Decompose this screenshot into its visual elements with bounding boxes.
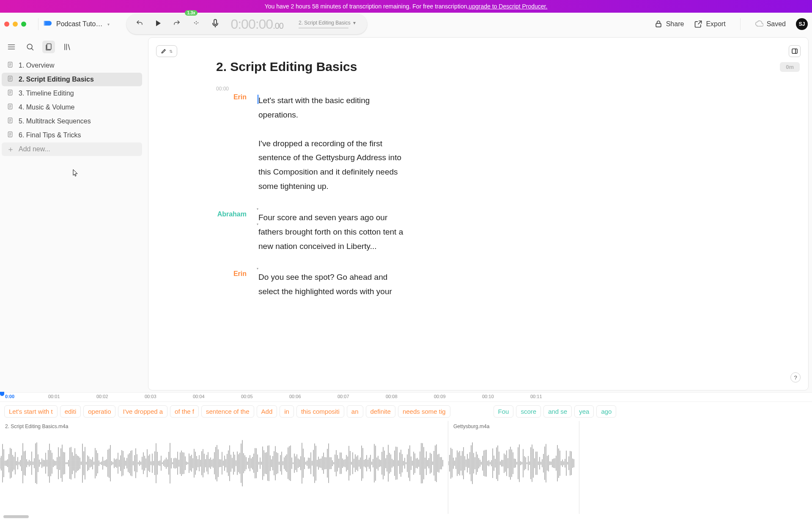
- ruler-tick: 00:01: [48, 394, 60, 399]
- sidebar-item-label: 3. Timeline Editing: [19, 90, 74, 97]
- speaker-label[interactable]: Abraham: [216, 210, 247, 253]
- time-ruler[interactable]: 0:00 00:0100:0200:0300:0400:0500:0600:07…: [0, 393, 812, 402]
- word-chip[interactable]: ago: [596, 405, 616, 418]
- timeline: 0:00 00:0100:0200:0300:0400:0500:0600:07…: [0, 392, 812, 519]
- word-chip[interactable]: operatio: [83, 405, 115, 418]
- ruler-tick: 00:04: [193, 394, 205, 399]
- word-chip[interactable]: I've dropped a: [118, 405, 167, 418]
- composition-selector[interactable]: 2. Script Editing Basics ▾ ▬▬▬▬▬▬▬▬▬▬▬▬▬…: [299, 20, 358, 29]
- sidebar-item[interactable]: 5. Multitrack Sequences: [2, 115, 142, 128]
- speaker-label[interactable]: Erin: [216, 93, 247, 194]
- marker-icon: ▾: [257, 266, 258, 272]
- minimize-window-button[interactable]: [13, 22, 18, 27]
- speed-button[interactable]: 1.3x: [192, 19, 200, 29]
- svg-rect-12: [792, 49, 797, 54]
- word-chip[interactable]: definite: [366, 405, 395, 418]
- composition-name: 2. Script Editing Basics ▾: [299, 20, 358, 26]
- project-menu-chevron-icon[interactable]: ▾: [107, 22, 110, 27]
- text-caret: [258, 95, 258, 104]
- word-chip[interactable]: sentence of the: [201, 405, 254, 418]
- word-chip[interactable]: in: [280, 405, 294, 418]
- share-button[interactable]: Share: [654, 20, 684, 28]
- word-chip[interactable]: of the f: [170, 405, 199, 418]
- word-chip[interactable]: needs some tig: [398, 405, 450, 418]
- horizontal-scrollbar[interactable]: [3, 515, 29, 518]
- timecode[interactable]: 0:00:00 .00: [230, 16, 283, 32]
- sidebar-item[interactable]: 4. Music & Volume: [2, 101, 142, 114]
- speed-badge: 1.3x: [185, 10, 197, 16]
- plus-icon: ＋: [7, 144, 14, 154]
- track-name: Gettysburg.m4a: [453, 423, 489, 429]
- playhead[interactable]: [0, 392, 4, 396]
- upgrade-banner: You have 2 hours 58 minutes of transcrip…: [0, 0, 812, 13]
- script-block: Abraham▾▾Four score and seven years ago …: [216, 210, 741, 253]
- divider: [38, 18, 38, 30]
- word-chip[interactable]: Let's start with t: [4, 405, 58, 418]
- svg-rect-5: [47, 44, 51, 49]
- word-chip[interactable]: and se: [543, 405, 572, 418]
- banner-link[interactable]: upgrade to Descript Producer.: [469, 3, 547, 10]
- svg-rect-0: [44, 21, 45, 25]
- script-block: ErinLet's start with the basic editing o…: [216, 93, 741, 194]
- word-chip[interactable]: this compositi: [296, 405, 344, 418]
- record-button[interactable]: [212, 19, 219, 29]
- mouse-cursor-icon: [72, 169, 79, 179]
- sidebar-item[interactable]: 2. Script Editing Basics: [2, 73, 142, 86]
- document-icon: [7, 75, 14, 84]
- maximize-window-button[interactable]: [21, 22, 26, 27]
- documents-tab-icon[interactable]: [42, 41, 55, 53]
- divider: [740, 18, 741, 30]
- duration-pill: 0m: [780, 62, 800, 72]
- redo-button[interactable]: [173, 19, 181, 29]
- saved-indicator: Saved: [755, 20, 786, 28]
- word-chip[interactable]: score: [516, 405, 541, 418]
- window-controls: [4, 22, 26, 27]
- search-icon[interactable]: [24, 41, 36, 53]
- project-name[interactable]: Podcast Tuto…: [56, 20, 102, 28]
- script-text[interactable]: ▾▾Four score and seven years ago our fat…: [258, 210, 411, 253]
- speaker-label[interactable]: Erin: [216, 270, 247, 299]
- right-actions: Share Export Saved SJ: [654, 18, 808, 30]
- play-button[interactable]: [155, 20, 161, 28]
- export-label: Export: [706, 20, 725, 28]
- ruler-tick: 00:08: [386, 394, 398, 399]
- page-title[interactable]: 2. Script Editing Basics: [216, 60, 741, 74]
- svg-rect-3: [656, 23, 661, 27]
- avatar[interactable]: SJ: [796, 18, 808, 30]
- add-new-button[interactable]: ＋ Add new...: [2, 142, 142, 156]
- close-window-button[interactable]: [4, 22, 9, 27]
- sidebar: 1. Overview2. Script Editing Basics3. Ti…: [0, 36, 144, 392]
- sidebar-item[interactable]: 6. Final Tips & Tricks: [2, 128, 142, 142]
- waveform: [0, 438, 448, 489]
- ruler-tick: 00:06: [289, 394, 301, 399]
- word-chip[interactable]: Fou: [494, 405, 514, 418]
- menu-icon[interactable]: [5, 41, 18, 53]
- audio-track[interactable]: Gettysburg.m4a: [448, 421, 579, 514]
- library-tab-icon[interactable]: [61, 41, 74, 53]
- svg-point-1: [196, 23, 197, 24]
- saved-label: Saved: [767, 20, 786, 28]
- edit-mode-button[interactable]: ⇅: [156, 45, 177, 57]
- export-button[interactable]: Export: [694, 20, 725, 28]
- app-icon: [43, 19, 52, 30]
- word-chip[interactable]: yea: [574, 405, 594, 418]
- document-icon: [7, 103, 14, 112]
- script-document[interactable]: 2. Script Editing Basics 00:00 ErinLet's…: [148, 38, 808, 390]
- word-chip[interactable]: an: [347, 405, 363, 418]
- tracks: 2. Script Editing Basics.m4aGettysburg.m…: [0, 421, 812, 514]
- word-chip[interactable]: editi: [60, 405, 81, 418]
- sidebar-item[interactable]: 3. Timeline Editing: [2, 87, 142, 100]
- ruler-tick: 00:07: [337, 394, 349, 399]
- script-text[interactable]: Let's start with the basic editing opera…: [258, 93, 411, 194]
- word-chip[interactable]: Add: [257, 405, 277, 418]
- panel-toggle-button[interactable]: [789, 45, 801, 57]
- script-text[interactable]: ▾Do you see the spot? Go ahead and selec…: [258, 270, 411, 299]
- audio-track[interactable]: 2. Script Editing Basics.m4a: [0, 421, 448, 514]
- help-button[interactable]: ?: [790, 372, 801, 382]
- undo-button[interactable]: [136, 19, 143, 29]
- expand-icon: ⇅: [169, 49, 173, 54]
- marker-icon: ▾: [257, 206, 258, 212]
- sidebar-item[interactable]: 1. Overview: [2, 59, 142, 72]
- sidebar-item-label: 5. Multitrack Sequences: [19, 117, 91, 125]
- ruler-tick: 00:05: [241, 394, 253, 399]
